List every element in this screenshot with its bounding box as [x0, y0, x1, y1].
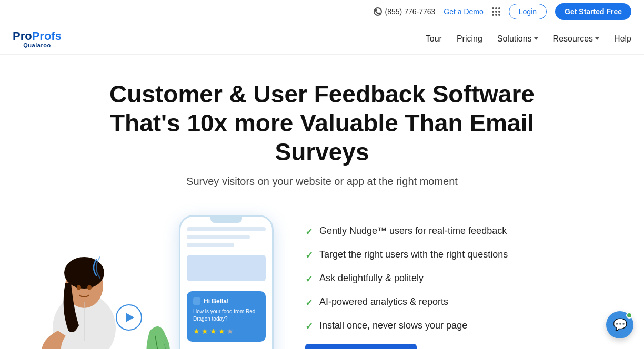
phone-line-2 [187, 235, 250, 239]
phone-icon: 📞 [374, 7, 382, 16]
features-list: ✓ Gently Nudge™ users for real-time feed… [305, 225, 612, 332]
get-started-hero-button[interactable]: Get Started Free [305, 344, 417, 349]
phone-line-3 [187, 243, 234, 247]
get-demo-top-link[interactable]: Get a Demo [444, 7, 483, 16]
phone-image-placeholder [187, 255, 266, 281]
feature-text-1: Target the right users with the right qu… [319, 249, 508, 260]
phone-card-header: Hi Bella! [193, 297, 259, 305]
feature-text-4: Install once, never slows your page [319, 320, 467, 331]
chat-icon: 💬 [613, 318, 627, 332]
nav-tour[interactable]: Tour [426, 34, 442, 44]
star-5: ★ [227, 327, 234, 335]
feature-item: ✓ Target the right users with the right … [305, 249, 612, 261]
logo-pro: Pro [13, 29, 32, 43]
svg-point-8 [87, 285, 92, 290]
login-button[interactable]: Login [509, 4, 547, 19]
feature-item: ✓ Ask delightfully & politely [305, 273, 612, 285]
check-icon-1: ✓ [305, 250, 313, 261]
phone-card-greeting: Hi Bella! [204, 297, 229, 305]
content-area: Hi Bella! How is your food from Red Drag… [0, 215, 644, 349]
star-2: ★ [202, 327, 208, 335]
phone-number: (855) 776-7763 [385, 7, 436, 16]
phone-content: Hi Bella! How is your food from Red Drag… [180, 227, 272, 342]
phone-survey-card: Hi Bella! How is your food from Red Drag… [187, 291, 266, 342]
check-icon-0: ✓ [305, 226, 313, 238]
check-icon-4: ✓ [305, 321, 313, 332]
solutions-chevron-icon [534, 37, 538, 40]
nav-links: Tour Pricing Solutions Resources Help [426, 34, 631, 44]
features-section: ✓ Gently Nudge™ users for real-time feed… [305, 215, 612, 349]
svg-point-7 [77, 285, 81, 290]
chat-online-dot [626, 312, 632, 319]
feature-item: ✓ Gently Nudge™ users for real-time feed… [305, 225, 612, 238]
phone-section: Hi Bella! How is your food from Red Drag… [32, 215, 284, 349]
get-started-top-button[interactable]: Get Started Free [555, 3, 631, 20]
resources-chevron-icon [595, 37, 599, 40]
hero-section: Customer & User Feedback Software That's… [0, 55, 644, 215]
hero-subtitle: Survey visitors on your website or app a… [13, 176, 631, 188]
nav-solutions[interactable]: Solutions [497, 34, 538, 44]
play-button[interactable] [116, 304, 142, 331]
phone-card-dot [193, 297, 200, 305]
hero-title: Customer & User Feedback Software That's… [85, 80, 559, 167]
check-icon-3: ✓ [305, 297, 313, 309]
logo[interactable]: ProProfs Qualaroo [13, 29, 62, 48]
feature-item: ✓ AI-powered analytics & reports [305, 296, 612, 309]
nav-resources[interactable]: Resources [553, 34, 599, 44]
chat-bubble[interactable]: 💬 [606, 311, 633, 338]
feature-item: ✓ Install once, never slows your page [305, 320, 612, 332]
phone-line-1 [187, 227, 266, 231]
person-illustration [26, 225, 142, 349]
check-icon-2: ✓ [305, 273, 313, 285]
cta-area: Get Started Free Get a Demo → [305, 344, 612, 349]
feature-text-3: AI-powered analytics & reports [319, 296, 448, 307]
play-triangle-icon [126, 313, 134, 322]
star-3: ★ [210, 327, 217, 335]
nav-pricing[interactable]: Pricing [457, 34, 482, 44]
nudge-arc-icon [88, 252, 120, 283]
feature-text-0: Gently Nudge™ users for real-time feedba… [319, 225, 507, 237]
grid-apps-icon[interactable] [492, 7, 500, 16]
top-bar: 📞 (855) 776-7763 Get a Demo Login Get St… [0, 0, 644, 23]
star-4: ★ [218, 327, 225, 335]
main-nav: ProProfs Qualaroo Tour Pricing Solutions… [0, 23, 644, 55]
star-1: ★ [193, 327, 200, 335]
feature-text-2: Ask delightfully & politely [319, 273, 424, 284]
logo-profs: Profs [32, 29, 62, 43]
phone-contact: 📞 (855) 776-7763 [374, 7, 436, 16]
nav-help[interactable]: Help [614, 34, 631, 44]
phone-stars: ★ ★ ★ ★ ★ [193, 327, 259, 335]
phone-notch [210, 217, 242, 223]
phone-card-question: How is your food from Red Dragon today? [193, 308, 259, 323]
phone-mockup: Hi Bella! How is your food from Red Drag… [179, 215, 274, 349]
